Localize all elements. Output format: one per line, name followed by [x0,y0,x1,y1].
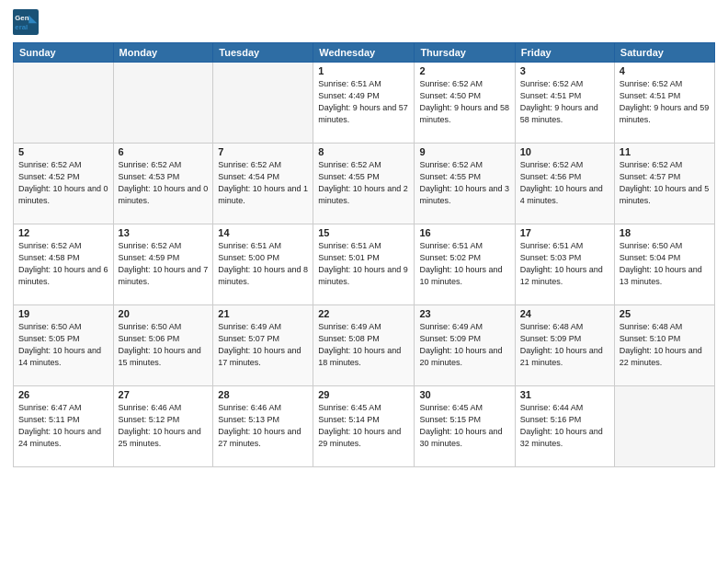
day-info: Sunrise: 6:52 AMSunset: 4:55 PMDaylight:… [318,159,409,207]
calendar-cell: 10Sunrise: 6:52 AMSunset: 4:56 PMDayligh… [515,144,614,224]
calendar-cell: 14Sunrise: 6:51 AMSunset: 5:00 PMDayligh… [213,224,313,305]
calendar-week-4: 19Sunrise: 6:50 AMSunset: 5:05 PMDayligh… [14,305,715,386]
day-info: Sunrise: 6:44 AMSunset: 5:16 PMDaylight:… [520,402,609,450]
day-number: 21 [218,308,308,319]
calendar-cell: 15Sunrise: 6:51 AMSunset: 5:01 PMDayligh… [313,224,415,305]
day-info: Sunrise: 6:46 AMSunset: 5:12 PMDaylight:… [119,402,209,450]
day-info: Sunrise: 6:49 AMSunset: 5:09 PMDaylight:… [419,321,509,369]
header: Gen eral [13,9,715,35]
calendar-cell [14,63,114,144]
day-number: 3 [520,65,609,76]
day-number: 24 [520,308,609,319]
calendar-cell: 7Sunrise: 6:52 AMSunset: 4:54 PMDaylight… [213,144,313,224]
weekday-header-monday: Monday [113,43,213,63]
day-info: Sunrise: 6:52 AMSunset: 4:56 PMDaylight:… [520,159,609,207]
day-number: 1 [318,65,409,76]
day-info: Sunrise: 6:49 AMSunset: 5:07 PMDaylight:… [218,321,308,369]
day-info: Sunrise: 6:52 AMSunset: 4:52 PMDaylight:… [18,159,108,207]
calendar-cell: 17Sunrise: 6:51 AMSunset: 5:03 PMDayligh… [515,224,614,305]
day-number: 30 [419,389,509,400]
day-info: Sunrise: 6:52 AMSunset: 4:55 PMDaylight:… [419,159,509,207]
day-number: 4 [620,65,710,76]
day-number: 18 [620,227,710,238]
day-number: 11 [620,146,710,157]
calendar-cell: 21Sunrise: 6:49 AMSunset: 5:07 PMDayligh… [213,305,313,386]
day-number: 8 [318,146,409,157]
day-info: Sunrise: 6:50 AMSunset: 5:04 PMDaylight:… [620,240,710,288]
calendar-cell: 16Sunrise: 6:51 AMSunset: 5:02 PMDayligh… [415,224,515,305]
day-info: Sunrise: 6:52 AMSunset: 4:53 PMDaylight:… [119,159,209,207]
logo-icon: Gen eral [13,9,39,35]
day-number: 5 [18,146,108,157]
calendar-cell: 29Sunrise: 6:45 AMSunset: 5:14 PMDayligh… [313,386,415,467]
calendar-cell: 12Sunrise: 6:52 AMSunset: 4:58 PMDayligh… [14,224,114,305]
day-number: 16 [419,227,509,238]
day-info: Sunrise: 6:52 AMSunset: 4:51 PMDaylight:… [520,78,609,126]
day-number: 13 [119,227,209,238]
day-info: Sunrise: 6:52 AMSunset: 4:54 PMDaylight:… [218,159,308,207]
day-info: Sunrise: 6:51 AMSunset: 4:49 PMDaylight:… [318,78,409,126]
calendar-cell: 1Sunrise: 6:51 AMSunset: 4:49 PMDaylight… [313,63,415,144]
calendar-cell: 26Sunrise: 6:47 AMSunset: 5:11 PMDayligh… [14,386,114,467]
day-number: 17 [520,227,609,238]
day-info: Sunrise: 6:51 AMSunset: 5:01 PMDaylight:… [318,240,409,288]
calendar-cell: 13Sunrise: 6:52 AMSunset: 4:59 PMDayligh… [113,224,213,305]
day-info: Sunrise: 6:47 AMSunset: 5:11 PMDaylight:… [18,402,108,450]
day-info: Sunrise: 6:48 AMSunset: 5:10 PMDaylight:… [620,321,710,369]
calendar-table: SundayMondayTuesdayWednesdayThursdayFrid… [13,42,715,467]
day-number: 25 [620,308,710,319]
weekday-header-friday: Friday [515,43,614,63]
day-number: 23 [419,308,509,319]
calendar-cell: 23Sunrise: 6:49 AMSunset: 5:09 PMDayligh… [415,305,515,386]
calendar-cell [614,386,714,467]
day-info: Sunrise: 6:50 AMSunset: 5:05 PMDaylight:… [18,321,108,369]
day-number: 15 [318,227,409,238]
svg-text:Gen: Gen [15,14,28,22]
weekday-header-row: SundayMondayTuesdayWednesdayThursdayFrid… [14,43,715,63]
day-info: Sunrise: 6:51 AMSunset: 5:02 PMDaylight:… [419,240,509,288]
calendar-cell: 22Sunrise: 6:49 AMSunset: 5:08 PMDayligh… [313,305,415,386]
day-number: 7 [218,146,308,157]
day-info: Sunrise: 6:52 AMSunset: 4:59 PMDaylight:… [119,240,209,288]
day-number: 20 [119,308,209,319]
day-number: 14 [218,227,308,238]
day-number: 9 [419,146,509,157]
calendar-cell: 19Sunrise: 6:50 AMSunset: 5:05 PMDayligh… [14,305,114,386]
day-number: 19 [18,308,108,319]
calendar-cell: 20Sunrise: 6:50 AMSunset: 5:06 PMDayligh… [113,305,213,386]
calendar-cell [113,63,213,144]
day-number: 29 [318,389,409,400]
svg-text:eral: eral [15,23,28,31]
day-info: Sunrise: 6:46 AMSunset: 5:13 PMDaylight:… [218,402,308,450]
day-number: 6 [119,146,209,157]
calendar-cell: 11Sunrise: 6:52 AMSunset: 4:57 PMDayligh… [614,144,714,224]
calendar-cell: 31Sunrise: 6:44 AMSunset: 5:16 PMDayligh… [515,386,614,467]
calendar-cell: 24Sunrise: 6:48 AMSunset: 5:09 PMDayligh… [515,305,614,386]
calendar-cell: 8Sunrise: 6:52 AMSunset: 4:55 PMDaylight… [313,144,415,224]
calendar-cell: 28Sunrise: 6:46 AMSunset: 5:13 PMDayligh… [213,386,313,467]
day-info: Sunrise: 6:51 AMSunset: 5:03 PMDaylight:… [520,240,609,288]
day-info: Sunrise: 6:51 AMSunset: 5:00 PMDaylight:… [218,240,308,288]
weekday-header-sunday: Sunday [14,43,114,63]
day-info: Sunrise: 6:45 AMSunset: 5:14 PMDaylight:… [318,402,409,450]
day-info: Sunrise: 6:48 AMSunset: 5:09 PMDaylight:… [520,321,609,369]
calendar-cell: 6Sunrise: 6:52 AMSunset: 4:53 PMDaylight… [113,144,213,224]
calendar-week-1: 1Sunrise: 6:51 AMSunset: 4:49 PMDaylight… [14,63,715,144]
weekday-header-wednesday: Wednesday [313,43,415,63]
calendar-cell [213,63,313,144]
day-number: 12 [18,227,108,238]
day-info: Sunrise: 6:52 AMSunset: 4:51 PMDaylight:… [620,78,710,126]
calendar-week-2: 5Sunrise: 6:52 AMSunset: 4:52 PMDaylight… [14,144,715,224]
calendar-cell: 3Sunrise: 6:52 AMSunset: 4:51 PMDaylight… [515,63,614,144]
calendar-cell: 30Sunrise: 6:45 AMSunset: 5:15 PMDayligh… [415,386,515,467]
day-number: 10 [520,146,609,157]
weekday-header-saturday: Saturday [614,43,714,63]
calendar-cell: 5Sunrise: 6:52 AMSunset: 4:52 PMDaylight… [14,144,114,224]
calendar-week-3: 12Sunrise: 6:52 AMSunset: 4:58 PMDayligh… [14,224,715,305]
day-info: Sunrise: 6:52 AMSunset: 4:57 PMDaylight:… [620,159,710,207]
day-number: 22 [318,308,409,319]
day-info: Sunrise: 6:52 AMSunset: 4:58 PMDaylight:… [18,240,108,288]
calendar-cell: 4Sunrise: 6:52 AMSunset: 4:51 PMDaylight… [614,63,714,144]
day-number: 31 [520,389,609,400]
day-info: Sunrise: 6:49 AMSunset: 5:08 PMDaylight:… [318,321,409,369]
